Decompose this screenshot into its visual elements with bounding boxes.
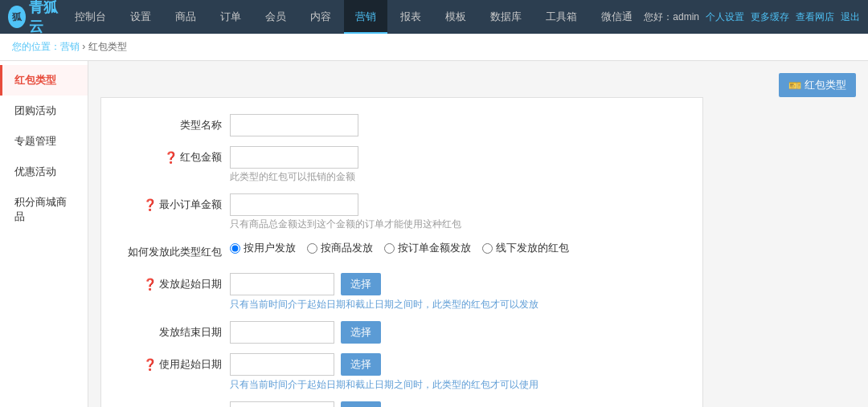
- release-type-row: 如何发放此类型红包 按用户发放 按商品发放: [117, 241, 678, 263]
- breadcrumb-bar: 您的位置：营销 › 红包类型: [0, 34, 868, 61]
- nav-item-database[interactable]: 数据库: [479, 0, 533, 34]
- release-end-date-input[interactable]: 2023-07-11: [230, 321, 334, 344]
- breadcrumb-current: 红包类型: [88, 41, 127, 52]
- use-start-date-row: ❓ 使用起始日期 2023-06-11 选择 只有当前时间介于起始日期和截止日期…: [117, 353, 678, 392]
- sidebar-item-special-manage[interactable]: 专题管理: [0, 126, 88, 157]
- logo-text: 青狐云: [29, 0, 63, 36]
- redpack-amount-input[interactable]: [230, 146, 358, 169]
- release-by-order-amount-radio[interactable]: [384, 243, 395, 254]
- release-by-order-amount[interactable]: 按订单金额发放: [384, 241, 471, 255]
- release-end-date-control: 2023-07-11 选择: [230, 321, 678, 344]
- release-end-date-label: 发放结束日期: [117, 321, 230, 344]
- logo: 狐 青狐云: [8, 0, 63, 36]
- use-end-date-pick-btn[interactable]: 选择: [341, 401, 381, 407]
- manage-redpack-button[interactable]: 🎫 红包类型: [779, 73, 856, 97]
- release-start-date-input[interactable]: 2023-06-11: [230, 273, 334, 295]
- use-end-date-input[interactable]: 2023-07-11: [230, 401, 334, 407]
- nav-item-tools[interactable]: 工具箱: [534, 0, 588, 34]
- use-start-date-label: ❓ 使用起始日期: [117, 353, 230, 376]
- main-layout: 红包类型 团购活动 专题管理 优惠活动 积分商城商品 🎫 红包类型 类型名称: [0, 61, 868, 407]
- nav-item-members[interactable]: 会员: [254, 0, 297, 34]
- redpack-amount-hint: 此类型的红包可以抵销的金额: [230, 170, 678, 184]
- use-start-date-hint: 只有当前时间介于起始日期和截止日期之间时，此类型的红包才可以使用: [230, 378, 678, 392]
- redpack-amount-help-icon[interactable]: ❓: [164, 146, 178, 169]
- type-name-row: 类型名称: [117, 114, 678, 136]
- use-start-date-group: 2023-06-11 选择: [230, 353, 678, 376]
- nav-item-products[interactable]: 商品: [164, 0, 207, 34]
- redpack-amount-control: 此类型的红包可以抵销的金额: [230, 146, 678, 184]
- use-start-date-control: 2023-06-11 选择 只有当前时间介于起始日期和截止日期之间时，此类型的红…: [230, 353, 678, 392]
- nav-item-orders[interactable]: 订单: [209, 0, 252, 34]
- min-order-label: ❓ 最小订单金额: [117, 193, 230, 216]
- use-start-help-icon[interactable]: ❓: [143, 353, 157, 376]
- nav-menu: 控制台 设置 商品 订单 会员 内容 营销 报表 模板 数据库 工具箱 微信通: [63, 0, 644, 34]
- type-name-input[interactable]: [230, 114, 358, 136]
- release-by-product[interactable]: 按商品发放: [307, 241, 373, 255]
- release-start-date-label: ❓ 发放起始日期: [117, 273, 230, 295]
- sidebar: 红包类型 团购活动 专题管理 优惠活动 积分商城商品: [0, 61, 88, 407]
- nav-item-templates[interactable]: 模板: [434, 0, 477, 34]
- nav-item-marketing[interactable]: 营销: [344, 0, 387, 34]
- view-store-link[interactable]: 查看网店: [796, 10, 834, 24]
- form-container: 类型名称 ❓ 红包金额 此类型的红包可以抵销的金额: [100, 97, 703, 407]
- sidebar-item-group-activity[interactable]: 团购活动: [0, 96, 88, 126]
- use-start-date-input[interactable]: 2023-06-11: [230, 353, 334, 376]
- release-by-product-radio[interactable]: [307, 243, 317, 254]
- use-end-date-group: 2023-07-11 选择: [230, 401, 678, 407]
- release-type-control: 按用户发放 按商品发放 按订单金额发放 线下发放的红包: [230, 241, 678, 255]
- min-order-control: 只有商品总金额达到这个金额的订单才能使用这种红包: [230, 193, 678, 231]
- top-bar: 狐 青狐云 控制台 设置 商品 订单 会员 内容 营销 报表 模板 数据库 工具…: [0, 0, 868, 34]
- nav-item-settings[interactable]: 设置: [119, 0, 162, 34]
- use-start-date-pick-btn[interactable]: 选择: [341, 353, 381, 376]
- release-type-label: 如何发放此类型红包: [117, 241, 230, 263]
- release-end-date-row: 发放结束日期 2023-07-11 选择: [117, 321, 678, 344]
- release-offline-radio[interactable]: [482, 243, 493, 254]
- more-cache-link[interactable]: 更多缓存: [751, 10, 789, 24]
- type-name-control: [230, 114, 678, 136]
- redpack-amount-row: ❓ 红包金额 此类型的红包可以抵销的金额: [117, 146, 678, 184]
- min-order-hint: 只有商品总金额达到这个金额的订单才能使用这种红包: [230, 218, 678, 231]
- sidebar-item-discount-activity[interactable]: 优惠活动: [0, 157, 88, 187]
- release-type-radio-group: 按用户发放 按商品发放 按订单金额发放 线下发放的红包: [230, 241, 678, 255]
- sidebar-item-points-mall[interactable]: 积分商城商品: [0, 187, 88, 232]
- breadcrumb: 您的位置：营销 › 红包类型: [12, 40, 127, 54]
- release-by-user-radio[interactable]: [230, 243, 240, 254]
- min-order-help-icon[interactable]: ❓: [143, 193, 157, 216]
- personal-settings-link[interactable]: 个人设置: [706, 10, 744, 24]
- min-order-input[interactable]: [230, 193, 358, 216]
- release-end-date-pick-btn[interactable]: 选择: [341, 321, 381, 344]
- logo-icon: 狐: [8, 6, 26, 28]
- sidebar-item-redpack-type[interactable]: 红包类型: [0, 65, 88, 96]
- nav-item-content[interactable]: 内容: [299, 0, 342, 34]
- release-start-date-group: 2023-06-11 选择: [230, 273, 678, 295]
- manage-redpack-label: 红包类型: [805, 78, 846, 92]
- breadcrumb-separator: ›: [82, 41, 88, 52]
- min-order-row: ❓ 最小订单金额 只有商品总金额达到这个金额的订单才能使用这种红包: [117, 193, 678, 231]
- release-start-help-icon[interactable]: ❓: [143, 273, 157, 295]
- use-end-date-control: 2023-07-11 选择: [230, 401, 678, 407]
- release-start-date-pick-btn[interactable]: 选择: [341, 273, 381, 295]
- greeting-text: 您好：admin: [644, 10, 699, 24]
- release-end-date-group: 2023-07-11 选择: [230, 321, 678, 344]
- type-name-label: 类型名称: [117, 114, 230, 136]
- release-by-user[interactable]: 按用户发放: [230, 241, 296, 255]
- use-end-date-label: 使用结束日期: [117, 401, 230, 407]
- logout-link[interactable]: 退出: [841, 10, 860, 24]
- nav-item-wechat[interactable]: 微信通: [590, 0, 644, 34]
- release-start-date-hint: 只有当前时间介于起始日期和截止日期之间时，此类型的红包才可以发放: [230, 298, 678, 311]
- manage-redpack-icon: 🎫: [788, 79, 801, 92]
- redpack-amount-label: ❓ 红包金额: [117, 146, 230, 169]
- top-right: 您好：admin 个人设置 更多缓存 查看网店 退出: [644, 10, 860, 24]
- nav-item-reports[interactable]: 报表: [389, 0, 432, 34]
- nav-item-dashboard[interactable]: 控制台: [63, 0, 117, 34]
- release-offline[interactable]: 线下发放的红包: [482, 241, 569, 255]
- release-start-date-control: 2023-06-11 选择 只有当前时间介于起始日期和截止日期之间时，此类型的红…: [230, 273, 678, 311]
- content-area: 🎫 红包类型 类型名称 ❓ 红包金额 此: [88, 61, 868, 407]
- breadcrumb-home[interactable]: 您的位置：营销: [12, 41, 80, 52]
- release-start-date-row: ❓ 发放起始日期 2023-06-11 选择 只有当前时间介于起始日期和截止日期…: [117, 273, 678, 311]
- use-end-date-row: 使用结束日期 2023-07-11 选择: [117, 401, 678, 407]
